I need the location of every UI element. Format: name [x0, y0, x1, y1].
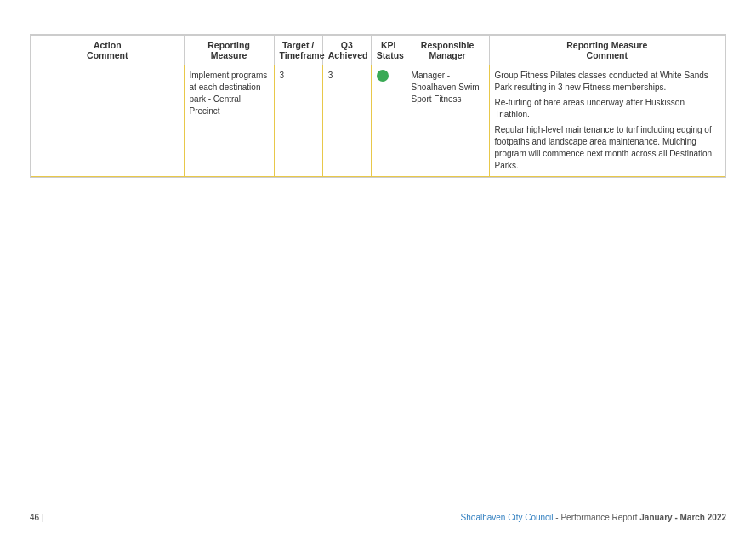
cell-responsible: Manager - Shoalhaven Swim Sport Fitness	[406, 65, 489, 177]
footer-page-number: 46 |	[30, 513, 44, 522]
footer: 46 | Shoalhaven City Council - Performan…	[30, 513, 726, 522]
header-kpi: KPIStatus	[371, 36, 406, 65]
page-container: ActionComment ReportingMeasure Target /T…	[0, 0, 756, 534]
cell-action	[31, 65, 185, 177]
comment-para-2: Re-turfing of bare areas underway after …	[495, 97, 719, 121]
kpi-green-dot	[377, 70, 389, 82]
page-number: 46	[30, 513, 39, 522]
footer-report-text: - Performance Report	[554, 513, 640, 522]
table-wrapper: ActionComment ReportingMeasure Target /T…	[30, 34, 726, 178]
comment-para-3: Regular high-level maintenance to turf i…	[495, 124, 719, 172]
footer-council-name: Shoalhaven City Council	[461, 513, 554, 522]
comment-para-1: Group Fitness Pilates classes conducted …	[495, 70, 719, 94]
header-action: ActionComment	[31, 36, 185, 65]
cell-reporting: Implement programs at each destination p…	[184, 65, 274, 177]
cell-q3: 3	[322, 65, 371, 177]
table-row: Implement programs at each destination p…	[31, 65, 725, 177]
header-comment: Reporting MeasureComment	[489, 36, 725, 65]
footer-date: January - March 2022	[639, 513, 726, 522]
footer-separator: |	[42, 513, 44, 522]
cell-kpi-status	[371, 65, 406, 177]
header-reporting: ReportingMeasure	[184, 36, 274, 65]
header-responsible: ResponsibleManager	[406, 36, 489, 65]
cell-comment: Group Fitness Pilates classes conducted …	[489, 65, 725, 177]
header-target: Target /Timeframe	[274, 36, 322, 65]
footer-report-info: Shoalhaven City Council - Performance Re…	[461, 513, 726, 522]
cell-target: 3	[274, 65, 322, 177]
main-table: ActionComment ReportingMeasure Target /T…	[31, 35, 725, 177]
header-q3: Q3Achieved	[322, 36, 371, 65]
